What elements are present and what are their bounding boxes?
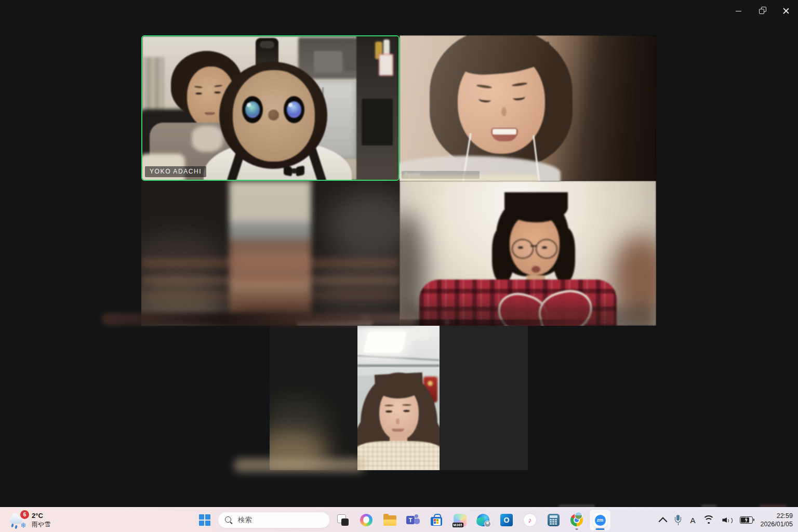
copilot-button[interactable]	[356, 510, 377, 530]
active-app-indicator	[596, 528, 605, 530]
participant-tile-blurred[interactable]	[141, 181, 400, 326]
privacy-blur-smear	[234, 458, 365, 472]
weather-widget[interactable]: ❄ 6 2°C 雨や雪	[5, 509, 54, 531]
start-button[interactable]	[194, 510, 215, 530]
microphone-icon	[674, 515, 682, 525]
participant-video	[142, 36, 398, 180]
system-tray: A 22:59 2026/01/05	[659, 509, 796, 531]
battery-button[interactable]	[739, 511, 754, 529]
minimize-icon	[736, 11, 741, 11]
weather-condition: 雨や雪	[32, 521, 50, 528]
notification-badge: 6	[19, 509, 30, 520]
participant-name-label: YOKO ADACHI	[145, 166, 206, 177]
participant-video	[400, 35, 656, 181]
file-explorer-icon	[383, 514, 396, 526]
participant-video	[400, 181, 656, 326]
volume-button[interactable]	[721, 511, 733, 529]
zoom-meeting-window: YOKO ADACHI Ayumi	[0, 0, 798, 532]
profile-avatar	[484, 521, 491, 527]
participant-name-label-blurred: O	[400, 320, 618, 326]
file-explorer-button[interactable]	[379, 510, 400, 530]
search-box[interactable]: 検索	[218, 512, 330, 528]
m365-copilot-icon: M365	[454, 514, 467, 527]
participant-tile-ayumi[interactable]: Ayumi	[400, 35, 656, 181]
chrome-button[interactable]	[566, 510, 587, 530]
teams-button[interactable]: T	[403, 510, 423, 530]
chevron-up-icon	[659, 517, 668, 526]
weather-temperature: 2°C	[32, 512, 50, 520]
edge-button[interactable]	[473, 510, 494, 530]
tray-time: 22:59	[760, 512, 793, 520]
tray-overflow-button[interactable]	[659, 511, 667, 529]
calculator-button[interactable]	[543, 510, 564, 530]
close-icon	[783, 8, 789, 14]
glasses	[512, 239, 534, 259]
lovot-robot	[215, 38, 335, 181]
network-button[interactable]	[702, 511, 715, 529]
ime-mode-indicator: A	[690, 516, 695, 525]
m365-copilot-button[interactable]: M365	[449, 510, 470, 530]
tray-date: 2026/01/05	[760, 520, 793, 528]
glasses	[536, 239, 557, 259]
video-pillarbox-left	[270, 326, 357, 470]
chrome-icon	[570, 514, 583, 526]
video-pillarbox-right	[440, 326, 528, 470]
windows-taskbar: ❄ 6 2°C 雨や雪 検索	[0, 507, 798, 532]
privacy-blur-smear	[400, 176, 539, 181]
ceiling-light	[363, 332, 407, 353]
close-button[interactable]	[774, 0, 798, 22]
privacy-blur-smear: KO	[102, 313, 417, 325]
participant-tile-red-plaid[interactable]: O	[400, 181, 656, 326]
profile-avatar	[575, 512, 582, 520]
window-controls	[726, 0, 798, 22]
clock[interactable]: 22:59 2026/01/05	[760, 512, 796, 529]
participant-tile-yoko-adachi[interactable]: YOKO ADACHI	[141, 35, 400, 181]
copilot-icon	[360, 514, 373, 526]
teams-icon: T	[406, 514, 420, 526]
taskbar-center: 検索 T	[194, 510, 610, 530]
minimize-button[interactable]	[726, 0, 750, 22]
task-view-icon	[337, 514, 349, 526]
running-indicator	[576, 528, 578, 530]
windows-logo-icon	[199, 514, 210, 526]
participant-video	[357, 326, 440, 470]
restore-button[interactable]	[750, 0, 774, 22]
wifi-icon	[703, 516, 714, 524]
ime-mode-button[interactable]: A	[689, 511, 696, 529]
microsoft-store-button[interactable]	[426, 510, 447, 530]
calculator-icon	[548, 514, 560, 526]
outlook-icon: O	[500, 514, 513, 526]
microphone-in-use-button[interactable]	[673, 511, 683, 529]
participant-tile-portrait[interactable]	[270, 326, 528, 470]
task-view-button[interactable]	[332, 510, 353, 530]
itunes-icon: ♪	[523, 513, 537, 527]
participant-video-blurred	[141, 181, 400, 326]
battery-charging-icon	[740, 516, 753, 524]
microsoft-store-icon	[430, 514, 443, 526]
search-icon	[225, 516, 233, 524]
restore-icon	[760, 8, 765, 14]
outlook-button[interactable]: O	[496, 510, 517, 530]
itunes-button[interactable]: ♪	[520, 510, 540, 530]
search-placeholder: 検索	[238, 515, 252, 525]
weather-rain-snow-icon: ❄ 6	[8, 511, 27, 529]
edge-icon	[477, 514, 489, 526]
zoom-icon: zm	[593, 513, 607, 527]
speaker-icon	[722, 516, 732, 524]
zoom-button[interactable]: zm	[590, 510, 610, 530]
